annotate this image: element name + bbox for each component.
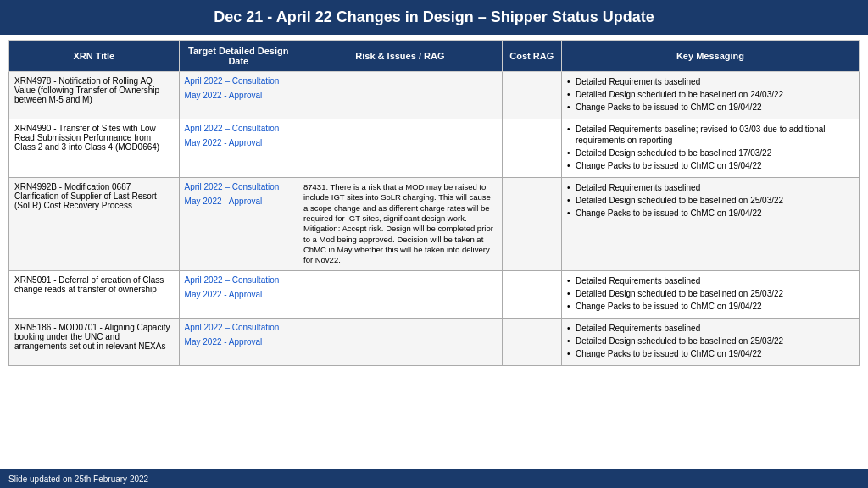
cell-key-messaging: Detailed Requirements baselinedDetailed … <box>561 72 859 119</box>
list-item: Detailed Design scheduled to be baseline… <box>567 288 854 299</box>
table-row: XRN4992B - Modification 0687 Clarificati… <box>9 178 860 271</box>
cell-risk <box>298 318 503 365</box>
page-title: Dec 21 - April 22 Changes in Design – Sh… <box>0 0 868 35</box>
col-header-risk: Risk & Issues / RAG <box>298 41 503 72</box>
list-item: Detailed Design scheduled to be baseline… <box>567 89 854 100</box>
col-header-date: Target Detailed Design Date <box>179 41 298 72</box>
col-header-xrn: XRN Title <box>9 41 180 72</box>
cell-risk <box>298 72 503 119</box>
col-header-cost: Cost RAG <box>502 41 561 72</box>
table-container: XRN Title Target Detailed Design Date Ri… <box>0 35 868 469</box>
list-item: Change Packs to be issued to ChMC on 19/… <box>567 160 854 171</box>
list-item: Detailed Requirements baseline; revised … <box>567 124 854 146</box>
table-row: XRN4978 - Notification of Rolling AQ Val… <box>9 72 860 119</box>
list-item: Change Packs to be issued to ChMC on 19/… <box>567 208 854 219</box>
col-header-msg: Key Messaging <box>561 41 859 72</box>
cell-risk: 87431: There is a risk that a MOD may be… <box>298 178 503 271</box>
cell-date: April 2022 – ConsultationMay 2022 - Appr… <box>179 318 298 365</box>
cell-xrn: XRN5186 - MOD0701 - Aligning Capacity bo… <box>9 318 180 365</box>
cell-cost-rag <box>502 72 561 119</box>
list-item: Change Packs to be issued to ChMC on 19/… <box>567 348 854 359</box>
cell-date: April 2022 – ConsultationMay 2022 - Appr… <box>179 119 298 178</box>
list-item: Detailed Requirements baselined <box>567 323 854 334</box>
cell-xrn: XRN5091 - Deferral of creation of Class … <box>9 270 180 318</box>
cell-key-messaging: Detailed Requirements baselinedDetailed … <box>561 178 859 271</box>
cell-key-messaging: Detailed Requirements baselinedDetailed … <box>561 318 859 365</box>
list-item: Detailed Design scheduled to be baseline… <box>567 147 854 158</box>
list-item: Change Packs to be issued to ChMC on 19/… <box>567 102 854 113</box>
list-item: Detailed Design scheduled to be baseline… <box>567 195 854 206</box>
cell-risk <box>298 119 503 178</box>
cell-key-messaging: Detailed Requirements baselinedDetailed … <box>561 270 859 318</box>
list-item: Detailed Design scheduled to be baseline… <box>567 336 854 347</box>
cell-cost-rag <box>502 178 561 271</box>
list-item: Detailed Requirements baselined <box>567 275 854 286</box>
cell-risk <box>298 270 503 318</box>
table-row: XRN5091 - Deferral of creation of Class … <box>9 270 860 318</box>
list-item: Change Packs to be issued to ChMC on 19/… <box>567 301 854 312</box>
cell-cost-rag <box>502 318 561 365</box>
cell-key-messaging: Detailed Requirements baseline; revised … <box>561 119 859 178</box>
cell-cost-rag <box>502 119 561 178</box>
cell-xrn: XRN4990 - Transfer of Sites with Low Rea… <box>9 119 180 178</box>
table-row: XRN5186 - MOD0701 - Aligning Capacity bo… <box>9 318 860 365</box>
footer: Slide updated on 25th February 2022 <box>0 469 868 488</box>
table-row: XRN4990 - Transfer of Sites with Low Rea… <box>9 119 860 178</box>
cell-xrn: XRN4978 - Notification of Rolling AQ Val… <box>9 72 180 119</box>
list-item: Detailed Requirements baselined <box>567 182 854 193</box>
cell-date: April 2022 – ConsultationMay 2022 - Appr… <box>179 72 298 119</box>
cell-xrn: XRN4992B - Modification 0687 Clarificati… <box>9 178 180 271</box>
cell-date: April 2022 – ConsultationMay 2022 - Appr… <box>179 270 298 318</box>
cell-cost-rag <box>502 270 561 318</box>
list-item: Detailed Requirements baselined <box>567 76 854 87</box>
footer-text: Slide updated on 25th February 2022 <box>8 474 148 484</box>
cell-date: April 2022 – ConsultationMay 2022 - Appr… <box>179 178 298 271</box>
main-table: XRN Title Target Detailed Design Date Ri… <box>8 40 860 366</box>
